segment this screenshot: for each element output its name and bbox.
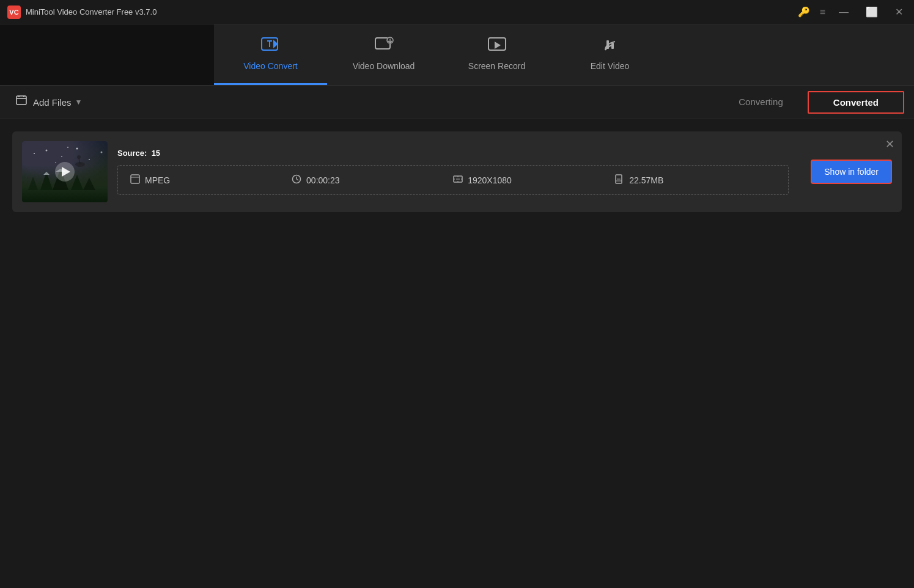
video-close-button[interactable]: ✕ <box>885 138 894 151</box>
title-bar-controls: 🔑 ≡ — ⬜ ✕ <box>798 4 907 20</box>
tab-video-download[interactable]: Video Download <box>327 24 440 85</box>
video-card: ✕ <box>12 131 902 212</box>
svg-marker-9 <box>495 42 501 49</box>
main-content: ✕ <box>0 119 914 588</box>
svg-rect-34 <box>131 175 139 183</box>
key-icon[interactable]: 🔑 <box>798 7 810 17</box>
app-title: MiniTool Video Converter Free v3.7.0 <box>26 7 157 17</box>
app-logo: VC <box>7 6 21 19</box>
filesize-value: 22.57MB <box>629 175 663 185</box>
video-convert-icon <box>261 37 281 56</box>
format-icon <box>130 174 140 186</box>
svg-line-38 <box>297 179 298 180</box>
edit-video-icon <box>600 37 620 56</box>
menu-icon[interactable]: ≡ <box>820 7 825 17</box>
svg-point-29 <box>55 162 56 163</box>
title-bar: VC MiniTool Video Converter Free v3.7.0 … <box>0 0 914 24</box>
svg-point-23 <box>34 153 35 154</box>
resolution-icon <box>453 174 463 186</box>
minimize-button[interactable]: — <box>835 4 852 20</box>
nav-left-spacer <box>0 24 214 85</box>
source-text: Source: <box>117 149 147 158</box>
filesize-icon <box>614 174 624 186</box>
play-button[interactable] <box>55 162 75 182</box>
duration-value: 00:00:23 <box>306 175 340 185</box>
add-files-label: Add Files <box>33 97 72 108</box>
video-details-box: MPEG 00:00:23 <box>117 165 789 195</box>
tab-converting[interactable]: Converting <box>714 92 808 113</box>
svg-point-33 <box>77 155 81 159</box>
svg-rect-10 <box>606 40 609 49</box>
show-in-folder-button[interactable]: Show in folder <box>811 160 892 184</box>
svg-rect-12 <box>17 96 26 105</box>
svg-point-24 <box>46 150 48 152</box>
svg-point-30 <box>67 147 68 148</box>
nav-bar: Video Convert Video Download Screen Reco… <box>0 24 914 86</box>
svg-point-27 <box>89 159 90 160</box>
resolution-value: 1920X1080 <box>468 175 512 185</box>
source-number: 15 <box>152 149 160 158</box>
tab-converted[interactable]: Converted <box>808 91 904 114</box>
svg-marker-19 <box>83 178 95 190</box>
format-value: MPEG <box>145 175 170 185</box>
svg-point-26 <box>76 148 78 150</box>
resolution-detail: 1920X1080 <box>453 174 614 186</box>
toolbar: Add Files ▼ Converting Converted <box>0 86 914 119</box>
content-tab-group: Converting Converted <box>714 91 904 114</box>
svg-point-28 <box>101 152 103 153</box>
duration-detail: 00:00:23 <box>292 174 453 186</box>
video-info: Source: 15 MPEG <box>117 149 789 195</box>
filesize-detail: 22.57MB <box>614 174 776 186</box>
dropdown-arrow-icon: ▼ <box>75 98 83 106</box>
close-button[interactable]: ✕ <box>891 4 907 20</box>
tab-video-convert-label: Video Convert <box>243 61 297 71</box>
tab-screen-record-label: Screen Record <box>468 61 525 71</box>
play-triangle-icon <box>62 167 70 177</box>
maximize-button[interactable]: ⬜ <box>862 4 882 20</box>
tab-edit-video-label: Edit Video <box>591 61 630 71</box>
add-files-icon <box>16 94 29 111</box>
tab-edit-video[interactable]: Edit Video <box>553 24 666 85</box>
source-label: Source: 15 <box>117 149 789 158</box>
title-bar-left: VC MiniTool Video Converter Free v3.7.0 <box>7 6 157 19</box>
svg-marker-21 <box>43 172 50 175</box>
format-detail: MPEG <box>130 174 292 186</box>
svg-rect-11 <box>611 43 614 49</box>
tab-video-download-label: Video Download <box>353 61 415 71</box>
tab-screen-record[interactable]: Screen Record <box>440 24 553 85</box>
tab-video-convert[interactable]: Video Convert <box>214 24 327 85</box>
video-thumbnail <box>22 141 108 202</box>
video-download-icon <box>374 37 394 56</box>
duration-icon <box>292 174 301 186</box>
svg-marker-20 <box>28 177 38 190</box>
add-files-button[interactable]: Add Files ▼ <box>10 90 88 114</box>
screen-record-icon <box>487 37 507 56</box>
svg-point-25 <box>61 156 62 157</box>
